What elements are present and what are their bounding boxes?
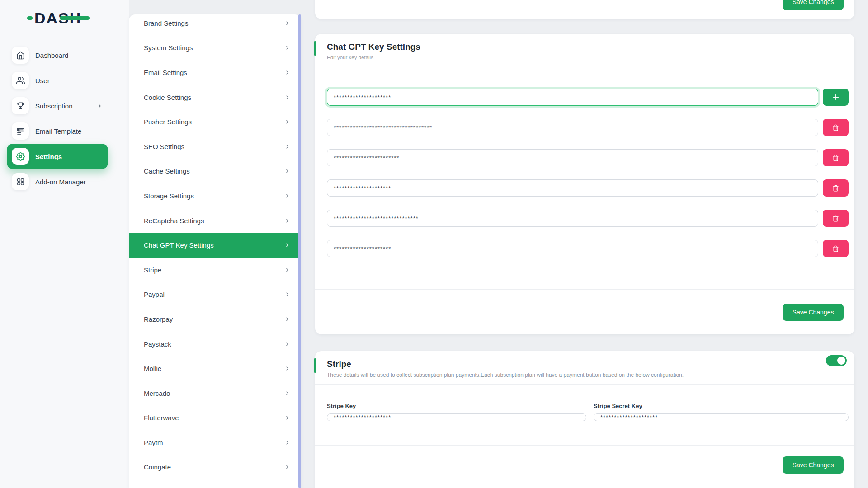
api-key-input[interactable]: [327, 179, 818, 197]
chevron-right-icon: [284, 218, 290, 224]
trash-icon: [832, 215, 839, 222]
delete-key-button[interactable]: [823, 119, 849, 136]
field-label: Stripe Key: [327, 403, 586, 409]
add-key-button[interactable]: [823, 89, 849, 106]
key-row: [327, 149, 849, 166]
settings-nav-item-cache[interactable]: Cache Settings: [129, 159, 301, 184]
stripe-fields: Stripe Key Stripe Secret Key: [315, 385, 854, 421]
settings-nav-item-email[interactable]: Email Settings: [129, 60, 301, 85]
chevron-right-icon: [284, 316, 290, 322]
chevron-right-icon: [284, 94, 290, 100]
sidebar-item-label: Settings: [35, 153, 62, 160]
chevron-right-icon: [284, 366, 290, 371]
gear-icon: [12, 148, 29, 165]
save-changes-button[interactable]: Save Changes: [783, 0, 844, 10]
settings-nav-item-paypal[interactable]: Paypal: [129, 282, 301, 307]
chevron-right-icon: [284, 440, 290, 446]
template-icon: [12, 122, 29, 140]
api-key-input[interactable]: [327, 119, 818, 136]
settings-nav-item-brand[interactable]: Brand Settings: [129, 14, 301, 36]
settings-nav-label: Storage Settings: [144, 192, 284, 200]
settings-nav-label: Cookie Settings: [144, 94, 284, 101]
delete-key-button[interactable]: [823, 149, 849, 166]
chevron-right-icon: [284, 45, 290, 51]
settings-nav-item-coingate[interactable]: Coingate: [129, 455, 301, 480]
stripe-enabled-toggle[interactable]: [826, 355, 847, 366]
card-footer: Save Changes: [315, 289, 854, 334]
stripe-settings-card: Stripe These details will be used to col…: [315, 351, 854, 488]
logo-bar-icon: [60, 16, 90, 20]
api-key-input[interactable]: [327, 149, 818, 166]
api-key-input[interactable]: [327, 240, 818, 257]
api-key-input[interactable]: [327, 210, 818, 227]
sidebar-item-label: Add-on Manager: [35, 178, 86, 186]
chatgpt-key-settings-card: Chat GPT Key Settings Edit your key deta…: [315, 34, 854, 334]
settings-nav-label: Email Settings: [144, 69, 284, 76]
settings-nav-item-skrill[interactable]: Skrill: [129, 479, 301, 488]
previous-settings-card: Save Changes: [315, 0, 854, 19]
settings-nav-item-stripe[interactable]: Stripe: [129, 258, 301, 282]
logo-dash-icon: [27, 16, 33, 20]
sidebar-item-dashboard[interactable]: Dashboard: [0, 42, 129, 68]
sidebar-item-addon-manager[interactable]: Add-on Manager: [0, 169, 129, 194]
accent-bar: [314, 41, 316, 56]
delete-key-button[interactable]: [823, 240, 849, 257]
save-changes-button[interactable]: Save Changes: [783, 304, 844, 321]
chevron-right-icon: [284, 20, 290, 26]
sidebar-item-label: Dashboard: [35, 52, 68, 59]
sidebar-item-label: Email Template: [35, 127, 81, 135]
chevron-right-icon: [284, 291, 290, 297]
settings-nav-label: Coingate: [144, 463, 284, 471]
settings-nav-label: Brand Settings: [144, 19, 284, 27]
toggle-knob: [837, 357, 845, 365]
settings-nav-item-mercado[interactable]: Mercado: [129, 381, 301, 406]
settings-nav-item-razorpay[interactable]: Razorpay: [129, 307, 301, 332]
settings-nav-label: Pusher Settings: [144, 118, 284, 126]
plus-icon: [832, 93, 840, 101]
sidebar-item-subscription[interactable]: Subscription: [0, 93, 129, 118]
grid-icon: [12, 173, 29, 190]
key-rows: [315, 71, 854, 257]
settings-nav-item-flutterwave[interactable]: Flutterwave: [129, 406, 301, 431]
settings-nav-label: Paystack: [144, 340, 284, 348]
key-row: [327, 179, 849, 197]
chevron-right-icon: [284, 168, 290, 174]
app-logo: DASH: [27, 9, 81, 27]
settings-nav-label: System Settings: [144, 44, 284, 52]
settings-nav-item-chatgpt[interactable]: Chat GPT Key Settings: [129, 233, 301, 258]
chevron-right-icon: [284, 144, 290, 150]
settings-nav-label: Flutterwave: [144, 414, 284, 422]
trash-icon: [832, 185, 839, 192]
save-changes-button[interactable]: Save Changes: [783, 456, 844, 474]
delete-key-button[interactable]: [823, 210, 849, 227]
stripe-secret-key-input[interactable]: [594, 413, 849, 421]
settings-nav-panel: Brand Settings System Settings Email Set…: [129, 14, 301, 488]
sidebar-item-settings[interactable]: Settings: [7, 144, 108, 169]
settings-nav-item-recaptcha[interactable]: ReCaptcha Settings: [129, 208, 301, 233]
trash-icon: [832, 155, 839, 161]
left-sidebar: DASH Dashboard User Subscription: [0, 0, 129, 488]
settings-nav-item-storage[interactable]: Storage Settings: [129, 183, 301, 208]
field-label: Stripe Secret Key: [594, 403, 849, 409]
api-key-input[interactable]: [327, 89, 818, 106]
settings-nav-item-system[interactable]: System Settings: [129, 36, 301, 61]
home-icon: [12, 47, 29, 64]
settings-nav-item-mollie[interactable]: Mollie: [129, 356, 301, 381]
stripe-secret-key-field: Stripe Secret Key: [594, 403, 849, 421]
settings-panel-scrollbar[interactable]: [298, 14, 301, 488]
settings-nav-item-seo[interactable]: SEO Settings: [129, 134, 301, 159]
sidebar-item-email-template[interactable]: Email Template: [0, 118, 129, 144]
settings-nav-item-paytm[interactable]: Paytm: [129, 430, 301, 455]
settings-nav-item-paystack[interactable]: Paystack: [129, 332, 301, 357]
chevron-right-icon: [284, 267, 290, 273]
settings-nav-item-cookie[interactable]: Cookie Settings: [129, 85, 301, 110]
sidebar-item-user[interactable]: User: [0, 68, 129, 93]
settings-nav-label: Paypal: [144, 291, 284, 298]
settings-nav-label: ReCaptcha Settings: [144, 217, 284, 225]
settings-nav-item-pusher[interactable]: Pusher Settings: [129, 109, 301, 134]
chevron-right-icon: [284, 242, 290, 248]
chevron-right-icon: [284, 193, 290, 199]
delete-key-button[interactable]: [823, 179, 849, 197]
trash-icon: [832, 245, 839, 252]
stripe-key-input[interactable]: [327, 413, 586, 421]
